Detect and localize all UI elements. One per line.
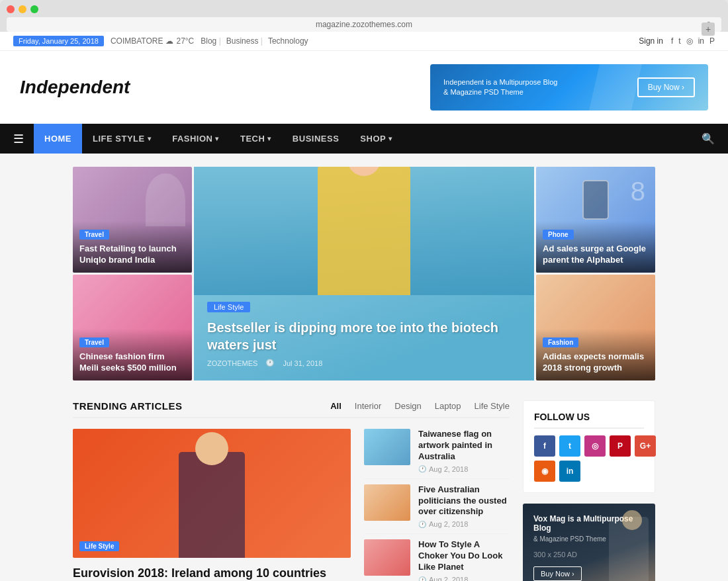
card-title-travel-2: Chinese fashion firm Meili seeks $500 mi…	[79, 351, 185, 374]
top-bar: Friday, January 25, 2018 COIMBATORE ☁ 27…	[0, 32, 728, 51]
featured-badge: Life Style	[79, 541, 119, 551]
sign-in-link[interactable]: Sign in	[639, 36, 663, 46]
ig-follow-button[interactable]: ◎	[584, 435, 606, 457]
top-bar-right: Sign in f t ◎ in P	[639, 36, 715, 46]
article-thumb-2	[364, 484, 410, 521]
featured-article: Life Style Eurovision 2018: Ireland amon…	[73, 429, 351, 581]
sidebar: FOLLOW US f t ◎ P G+ ◉ in Vox Mag	[523, 400, 655, 581]
trending-sidebar-container: TRENDING ARTICLES All Interior Design La…	[66, 400, 662, 581]
search-icon-nav[interactable]: 🔍	[702, 132, 715, 145]
fb-icon-top[interactable]: f	[671, 36, 673, 46]
badge-travel-1: Travel	[79, 230, 109, 240]
article-title-3: How To Style A Choker You Do Look Like P…	[418, 539, 510, 573]
rss-follow-button[interactable]: ◉	[534, 461, 555, 482]
top-nav-business[interactable]: Business	[226, 36, 263, 46]
li-icon-top[interactable]: in	[698, 36, 704, 46]
featured-article-image[interactable]: Life Style	[73, 429, 351, 558]
ig-icon-top[interactable]: ◎	[686, 36, 693, 46]
article-info-3: How To Style A Choker You Do Look Like P…	[418, 539, 510, 581]
minimize-dot[interactable]	[19, 5, 26, 13]
article-list-items: Taiwanese flag on artwork painted in Aus…	[364, 429, 510, 581]
article-date-1: 🕐 Aug 2, 2018	[418, 465, 510, 473]
badge-phone: Phone	[543, 230, 574, 240]
address-bar[interactable]: magazine.zozothemes.com	[7, 17, 721, 32]
nav-fashion[interactable]: FASHION ▾	[161, 124, 230, 154]
nav-tech[interactable]: TECH ▾	[230, 124, 282, 154]
hero-card-center[interactable]: Life Style Bestseller is dipping more to…	[194, 167, 534, 380]
top-bar-left: Friday, January 25, 2018 COIMBATORE ☁ 27…	[13, 36, 308, 46]
hero-card-phone[interactable]: Phone Ad sales surge at Google parent th…	[536, 167, 655, 273]
nav-home[interactable]: HOME	[34, 124, 82, 154]
clock-icon-1: 🕐	[418, 465, 426, 472]
header-banner-ad[interactable]: Independent is a Multipurpose Blog & Mag…	[430, 64, 708, 111]
card-overlay-travel-2: Travel Chinese fashion firm Meili seeks …	[73, 329, 192, 380]
fashion-chevron: ▾	[215, 135, 219, 142]
nav-shop[interactable]: SHOP ▾	[349, 124, 402, 154]
lifestyle-chevron: ▾	[148, 135, 152, 142]
tech-chevron: ▾	[267, 135, 271, 142]
tw-icon-top[interactable]: t	[678, 36, 680, 46]
site-logo[interactable]: Independent	[20, 77, 130, 98]
article-thumb-3	[364, 539, 410, 576]
top-nav-links: Blog Business Technology	[201, 36, 308, 46]
li-follow-button[interactable]: in	[559, 461, 580, 482]
card-title-fashion: Adidas expects normalis 2018 strong grow…	[543, 351, 649, 374]
center-badge: Life Style	[207, 302, 250, 312]
center-author: ZOZOTHEMES	[207, 359, 257, 367]
maximize-dot[interactable]	[30, 5, 38, 13]
banner-buy-now-button[interactable]: Buy Now ›	[637, 77, 695, 97]
nav-business[interactable]: BUSINESS	[282, 124, 349, 154]
center-meta: ZOZOTHEMES 🕐 Jul 31, 2018	[207, 359, 521, 367]
new-tab-button[interactable]: +	[702, 22, 715, 36]
clock-icon-3: 🕐	[418, 576, 426, 581]
nav-lifestyle[interactable]: LIFE STYLE ▾	[82, 124, 161, 154]
article-list: Taiwanese flag on artwork painted in Aus…	[364, 429, 510, 581]
pi-follow-button[interactable]: P	[610, 435, 631, 457]
hamburger-menu[interactable]: ☰	[13, 132, 24, 146]
social-grid-row2: ◉ in	[534, 461, 644, 482]
site-wrapper: Friday, January 25, 2018 COIMBATORE ☁ 27…	[0, 32, 728, 581]
pi-icon-top[interactable]: P	[709, 36, 715, 46]
article-thumb-1	[364, 429, 410, 465]
hero-grid-container: Travel Fast Retailing to launch Uniqlo b…	[66, 167, 662, 380]
hero-card-travel-1[interactable]: Travel Fast Retailing to launch Uniqlo b…	[73, 167, 192, 273]
filter-interior[interactable]: Interior	[355, 401, 381, 411]
article-date-3: 🕐 Aug 2, 2018	[418, 576, 510, 581]
filter-design[interactable]: Design	[394, 401, 421, 411]
top-nav-blog[interactable]: Blog	[201, 36, 220, 46]
gp-follow-button[interactable]: G+	[635, 435, 656, 457]
main-content: Travel Fast Retailing to launch Uniqlo b…	[0, 154, 728, 581]
filter-all[interactable]: All	[330, 401, 341, 411]
card-title-phone: Ad sales surge at Google parent the Alph…	[543, 244, 649, 266]
ad-buy-button[interactable]: Buy Now ›	[533, 566, 582, 581]
trending-header: TRENDING ARTICLES All Interior Design La…	[73, 400, 510, 418]
article-info-2: Five Australian politicians the ousted o…	[418, 484, 510, 529]
location: COIMBATORE	[111, 36, 163, 46]
hero-card-travel-2[interactable]: Travel Chinese fashion firm Meili seeks …	[73, 275, 192, 380]
top-social-icons: f t ◎ in P	[671, 36, 715, 46]
article-title-2: Five Australian politicians the ousted o…	[418, 484, 510, 518]
trending-content: Life Style Eurovision 2018: Ireland amon…	[73, 429, 510, 581]
center-hero-content: Life Style Bestseller is dipping more to…	[194, 287, 534, 380]
top-nav-technology[interactable]: Technology	[268, 36, 308, 46]
hero-card-fashion[interactable]: Fashion Adidas expects normalis 2018 str…	[536, 275, 655, 380]
filter-laptop[interactable]: Laptop	[435, 401, 461, 411]
article-item-1[interactable]: Taiwanese flag on artwork painted in Aus…	[364, 429, 510, 479]
header: Independent Independent is a Multipurpos…	[0, 51, 728, 124]
card-overlay-fashion: Fashion Adidas expects normalis 2018 str…	[536, 329, 655, 380]
follow-title: FOLLOW US	[534, 412, 644, 429]
fb-follow-button[interactable]: f	[534, 435, 555, 457]
trending-filters: All Interior Design Laptop Life Style	[330, 401, 510, 411]
article-item-2[interactable]: Five Australian politicians the ousted o…	[364, 484, 510, 535]
badge-fashion: Fashion	[543, 337, 578, 347]
banner-ad-image	[589, 64, 642, 111]
close-dot[interactable]	[7, 5, 15, 13]
shop-chevron: ▾	[388, 135, 392, 142]
social-grid-row1: f t ◎ P G+	[534, 435, 644, 457]
filter-lifestyle[interactable]: Life Style	[475, 401, 510, 411]
sidebar-ad-box[interactable]: Vox Mag is a Multipurpose Blog & Magazin…	[523, 504, 655, 581]
featured-title: Eurovision 2018: Ireland among 10 countr…	[73, 566, 351, 581]
tw-follow-button[interactable]: t	[559, 435, 580, 457]
follow-us-box: FOLLOW US f t ◎ P G+ ◉ in	[523, 400, 655, 493]
article-item-3[interactable]: How To Style A Choker You Do Look Like P…	[364, 539, 510, 581]
